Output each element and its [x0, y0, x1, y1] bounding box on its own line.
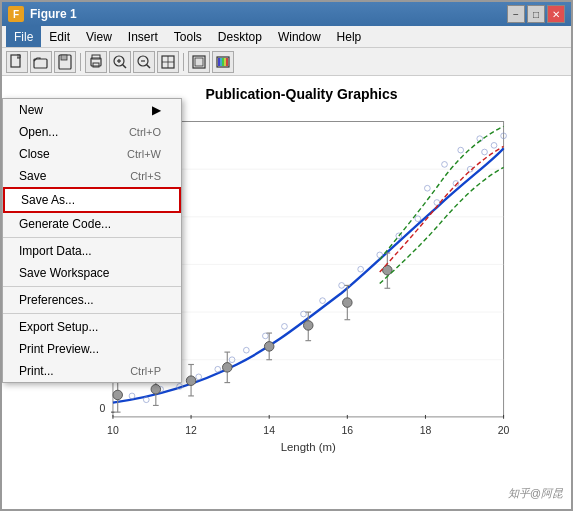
menu-file[interactable]: File [6, 26, 41, 47]
window-title: Figure 1 [30, 7, 77, 21]
svg-rect-20 [218, 58, 220, 66]
svg-rect-18 [195, 58, 203, 66]
svg-point-105 [304, 321, 314, 331]
svg-point-109 [343, 298, 353, 308]
close-button[interactable]: ✕ [547, 5, 565, 23]
content-area: Publication-Quality Graphics 0 100 200 3… [2, 76, 571, 509]
toolbar [2, 48, 571, 76]
file-dropdown: New ▶ Open... Ctrl+O Close Ctrl+W Save C… [2, 98, 182, 383]
toolbar-pan[interactable] [157, 51, 179, 73]
menu-window[interactable]: Window [270, 26, 329, 47]
svg-text:12: 12 [185, 425, 197, 436]
svg-rect-3 [61, 55, 67, 60]
toolbar-zoom-in[interactable] [109, 51, 131, 73]
toolbar-properties[interactable] [188, 51, 210, 73]
toolbar-new[interactable] [6, 51, 28, 73]
menu-item-save-as[interactable]: Save As... [3, 187, 181, 213]
window-icon: F [8, 6, 24, 22]
menu-desktop[interactable]: Desktop [210, 26, 270, 47]
minimize-button[interactable]: − [507, 5, 525, 23]
svg-line-8 [123, 64, 127, 68]
toolbar-save[interactable] [54, 51, 76, 73]
toolbar-sep-2 [183, 53, 184, 71]
title-bar-left: F Figure 1 [8, 6, 77, 22]
svg-rect-23 [224, 58, 226, 66]
menu-bar: File Edit View Insert Tools Desktop Wind… [2, 26, 571, 48]
menu-item-export-setup[interactable]: Export Setup... [3, 316, 181, 338]
menu-separator-2 [3, 286, 181, 287]
svg-point-93 [186, 376, 196, 386]
toolbar-print[interactable] [85, 51, 107, 73]
menu-edit[interactable]: Edit [41, 26, 78, 47]
menu-view[interactable]: View [78, 26, 120, 47]
menu-item-save-workspace[interactable]: Save Workspace [3, 262, 181, 284]
svg-text:0: 0 [99, 403, 105, 414]
toolbar-zoom-out[interactable] [133, 51, 155, 73]
svg-text:16: 16 [341, 425, 353, 436]
svg-point-113 [383, 265, 393, 275]
svg-text:20: 20 [498, 425, 510, 436]
main-window: F Figure 1 − □ ✕ File Edit View Insert T… [0, 0, 573, 511]
menu-separator-1 [3, 237, 181, 238]
icon-letter: F [13, 9, 19, 20]
toolbar-sep-1 [80, 53, 81, 71]
svg-point-97 [223, 363, 233, 373]
svg-point-89 [151, 384, 161, 394]
svg-point-85 [113, 390, 123, 400]
menu-help[interactable]: Help [329, 26, 370, 47]
watermark: 知乎@阿昆 [508, 486, 563, 501]
menu-item-open[interactable]: Open... Ctrl+O [3, 121, 181, 143]
menu-item-preferences[interactable]: Preferences... [3, 289, 181, 311]
svg-rect-1 [34, 59, 47, 68]
toolbar-colorbar[interactable] [212, 51, 234, 73]
menu-item-new[interactable]: New ▶ [3, 99, 181, 121]
svg-rect-21 [220, 58, 222, 66]
title-controls: − □ ✕ [507, 5, 565, 23]
title-bar: F Figure 1 − □ ✕ [2, 2, 571, 26]
toolbar-open[interactable] [30, 51, 52, 73]
svg-text:Length (m): Length (m) [281, 441, 336, 453]
menu-item-print-preview[interactable]: Print Preview... [3, 338, 181, 360]
svg-rect-22 [222, 58, 224, 66]
menu-item-import-data[interactable]: Import Data... [3, 240, 181, 262]
svg-line-12 [147, 64, 151, 68]
menu-item-close[interactable]: Close Ctrl+W [3, 143, 181, 165]
file-menu: New ▶ Open... Ctrl+O Close Ctrl+W Save C… [2, 98, 182, 383]
maximize-button[interactable]: □ [527, 5, 545, 23]
svg-point-101 [264, 342, 274, 352]
menu-separator-3 [3, 313, 181, 314]
menu-item-save[interactable]: Save Ctrl+S [3, 165, 181, 187]
svg-text:14: 14 [263, 425, 275, 436]
menu-insert[interactable]: Insert [120, 26, 166, 47]
menu-tools[interactable]: Tools [166, 26, 210, 47]
svg-text:18: 18 [420, 425, 432, 436]
svg-text:10: 10 [107, 425, 119, 436]
menu-item-generate-code[interactable]: Generate Code... [3, 213, 181, 235]
menu-item-print[interactable]: Print... Ctrl+P [3, 360, 181, 382]
svg-rect-24 [226, 58, 228, 66]
